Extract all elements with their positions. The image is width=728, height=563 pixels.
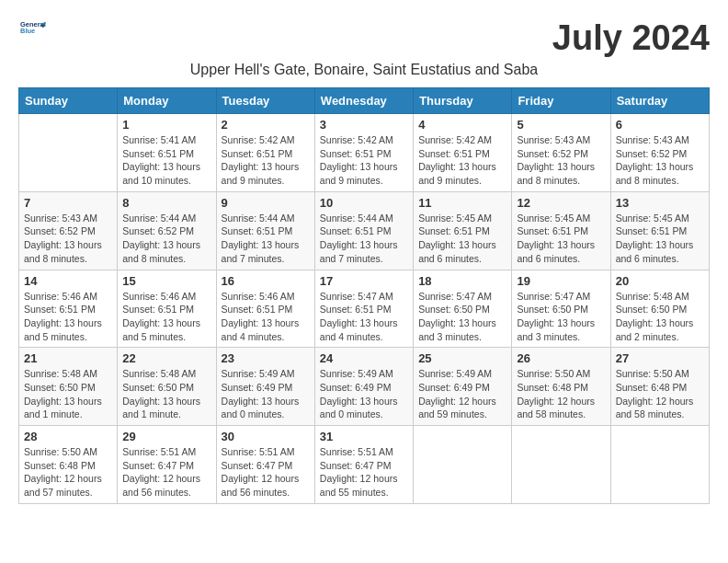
calendar-cell: 4Sunrise: 5:42 AM Sunset: 6:51 PM Daylig…	[414, 114, 512, 192]
day-info: Sunrise: 5:48 AM Sunset: 6:50 PM Dayligh…	[616, 290, 704, 344]
day-number: 7	[24, 196, 112, 210]
day-number: 11	[418, 196, 506, 210]
calendar-cell: 23Sunrise: 5:49 AM Sunset: 6:49 PM Dayli…	[216, 348, 314, 426]
day-number: 18	[418, 274, 506, 288]
day-info: Sunrise: 5:46 AM Sunset: 6:51 PM Dayligh…	[24, 290, 112, 344]
day-number: 16	[222, 274, 310, 288]
day-info: Sunrise: 5:50 AM Sunset: 6:48 PM Dayligh…	[616, 367, 704, 421]
day-info: Sunrise: 5:47 AM Sunset: 6:50 PM Dayligh…	[418, 290, 506, 344]
day-info: Sunrise: 5:44 AM Sunset: 6:51 PM Dayligh…	[222, 212, 310, 266]
calendar-cell: 20Sunrise: 5:48 AM Sunset: 6:50 PM Dayli…	[610, 270, 709, 348]
weekday-header-saturday: Saturday	[610, 88, 709, 114]
day-number: 23	[222, 351, 310, 365]
day-number: 31	[320, 430, 408, 443]
day-number: 21	[24, 351, 112, 365]
weekday-header-tuesday: Tuesday	[216, 88, 314, 114]
calendar-cell	[414, 426, 512, 504]
calendar-cell: 2Sunrise: 5:42 AM Sunset: 6:51 PM Daylig…	[216, 114, 314, 192]
calendar-cell: 7Sunrise: 5:43 AM Sunset: 6:52 PM Daylig…	[19, 191, 118, 270]
day-number: 22	[122, 351, 210, 365]
day-info: Sunrise: 5:42 AM Sunset: 6:51 PM Dayligh…	[418, 133, 506, 188]
weekday-header-monday: Monday	[118, 88, 216, 114]
day-info: Sunrise: 5:46 AM Sunset: 6:51 PM Dayligh…	[122, 290, 210, 344]
day-number: 28	[24, 430, 112, 443]
day-number: 25	[418, 351, 506, 365]
day-info: Sunrise: 5:50 AM Sunset: 6:48 PM Dayligh…	[24, 445, 112, 500]
day-number: 29	[122, 430, 210, 443]
day-info: Sunrise: 5:50 AM Sunset: 6:48 PM Dayligh…	[517, 367, 605, 421]
weekday-header-sunday: Sunday	[19, 88, 118, 114]
day-number: 12	[517, 196, 605, 210]
day-number: 20	[616, 274, 704, 288]
day-number: 9	[222, 196, 310, 210]
calendar-cell: 24Sunrise: 5:49 AM Sunset: 6:49 PM Dayli…	[314, 348, 413, 426]
day-number: 2	[222, 118, 310, 132]
weekday-header-wednesday: Wednesday	[314, 88, 413, 114]
day-info: Sunrise: 5:51 AM Sunset: 6:47 PM Dayligh…	[222, 445, 310, 500]
day-number: 6	[616, 118, 704, 132]
calendar-cell: 28Sunrise: 5:50 AM Sunset: 6:48 PM Dayli…	[19, 426, 118, 504]
calendar-cell: 31Sunrise: 5:51 AM Sunset: 6:47 PM Dayli…	[314, 426, 413, 504]
day-info: Sunrise: 5:48 AM Sunset: 6:50 PM Dayligh…	[24, 367, 112, 421]
day-number: 10	[320, 196, 408, 210]
calendar-cell: 25Sunrise: 5:49 AM Sunset: 6:49 PM Dayli…	[414, 348, 512, 426]
day-info: Sunrise: 5:44 AM Sunset: 6:52 PM Dayligh…	[122, 212, 210, 266]
day-number: 3	[320, 118, 408, 132]
calendar-cell: 17Sunrise: 5:47 AM Sunset: 6:51 PM Dayli…	[314, 270, 413, 348]
day-number: 13	[616, 196, 704, 210]
calendar-cell: 22Sunrise: 5:48 AM Sunset: 6:50 PM Dayli…	[118, 348, 216, 426]
calendar-cell: 21Sunrise: 5:48 AM Sunset: 6:50 PM Dayli…	[19, 348, 118, 426]
calendar-cell: 11Sunrise: 5:45 AM Sunset: 6:51 PM Dayli…	[414, 191, 512, 270]
day-info: Sunrise: 5:49 AM Sunset: 6:49 PM Dayligh…	[418, 367, 506, 421]
day-number: 4	[418, 118, 506, 132]
day-number: 14	[24, 274, 112, 288]
calendar-cell: 12Sunrise: 5:45 AM Sunset: 6:51 PM Dayli…	[512, 191, 610, 270]
calendar-cell: 18Sunrise: 5:47 AM Sunset: 6:50 PM Dayli…	[414, 270, 512, 348]
day-info: Sunrise: 5:43 AM Sunset: 6:52 PM Dayligh…	[517, 133, 605, 188]
calendar-cell: 8Sunrise: 5:44 AM Sunset: 6:52 PM Daylig…	[118, 191, 216, 270]
calendar-cell: 3Sunrise: 5:42 AM Sunset: 6:51 PM Daylig…	[314, 114, 413, 192]
calendar-cell: 6Sunrise: 5:43 AM Sunset: 6:52 PM Daylig…	[610, 114, 709, 192]
svg-text:Blue: Blue	[20, 27, 35, 35]
calendar-cell: 14Sunrise: 5:46 AM Sunset: 6:51 PM Dayli…	[19, 270, 118, 348]
calendar-cell: 30Sunrise: 5:51 AM Sunset: 6:47 PM Dayli…	[216, 426, 314, 504]
calendar-cell: 26Sunrise: 5:50 AM Sunset: 6:48 PM Dayli…	[512, 348, 610, 426]
day-info: Sunrise: 5:47 AM Sunset: 6:50 PM Dayligh…	[517, 290, 605, 344]
location-subtitle: Upper Hell's Gate, Bonaire, Saint Eustat…	[18, 62, 710, 78]
calendar-cell: 13Sunrise: 5:45 AM Sunset: 6:51 PM Dayli…	[610, 191, 709, 270]
weekday-header-friday: Friday	[512, 88, 610, 114]
day-number: 8	[122, 196, 210, 210]
day-info: Sunrise: 5:45 AM Sunset: 6:51 PM Dayligh…	[517, 212, 605, 266]
logo: General Blue	[18, 18, 46, 40]
calendar-week-row: 1Sunrise: 5:41 AM Sunset: 6:51 PM Daylig…	[19, 114, 710, 192]
calendar-week-row: 14Sunrise: 5:46 AM Sunset: 6:51 PM Dayli…	[19, 270, 710, 348]
calendar-cell	[512, 426, 610, 504]
month-year-title: July 2024	[552, 18, 710, 58]
calendar-table: SundayMondayTuesdayWednesdayThursdayFrid…	[18, 87, 710, 504]
day-number: 30	[222, 430, 310, 443]
day-number: 24	[320, 351, 408, 365]
day-number: 15	[122, 274, 210, 288]
calendar-cell: 9Sunrise: 5:44 AM Sunset: 6:51 PM Daylig…	[216, 191, 314, 270]
day-info: Sunrise: 5:43 AM Sunset: 6:52 PM Dayligh…	[616, 133, 704, 188]
calendar-cell: 10Sunrise: 5:44 AM Sunset: 6:51 PM Dayli…	[314, 191, 413, 270]
calendar-cell: 5Sunrise: 5:43 AM Sunset: 6:52 PM Daylig…	[512, 114, 610, 192]
day-info: Sunrise: 5:51 AM Sunset: 6:47 PM Dayligh…	[320, 445, 408, 500]
day-info: Sunrise: 5:51 AM Sunset: 6:47 PM Dayligh…	[122, 445, 210, 500]
day-info: Sunrise: 5:43 AM Sunset: 6:52 PM Dayligh…	[24, 212, 112, 266]
day-info: Sunrise: 5:48 AM Sunset: 6:50 PM Dayligh…	[122, 367, 210, 421]
day-info: Sunrise: 5:46 AM Sunset: 6:51 PM Dayligh…	[222, 290, 310, 344]
calendar-cell: 1Sunrise: 5:41 AM Sunset: 6:51 PM Daylig…	[118, 114, 216, 192]
calendar-cell: 19Sunrise: 5:47 AM Sunset: 6:50 PM Dayli…	[512, 270, 610, 348]
weekday-header-thursday: Thursday	[414, 88, 512, 114]
day-number: 27	[616, 351, 704, 365]
calendar-week-row: 21Sunrise: 5:48 AM Sunset: 6:50 PM Dayli…	[19, 348, 710, 426]
day-info: Sunrise: 5:44 AM Sunset: 6:51 PM Dayligh…	[320, 212, 408, 266]
day-info: Sunrise: 5:41 AM Sunset: 6:51 PM Dayligh…	[122, 133, 210, 188]
calendar-week-row: 28Sunrise: 5:50 AM Sunset: 6:48 PM Dayli…	[19, 426, 710, 504]
day-info: Sunrise: 5:45 AM Sunset: 6:51 PM Dayligh…	[616, 212, 704, 266]
day-number: 1	[122, 118, 210, 132]
day-info: Sunrise: 5:42 AM Sunset: 6:51 PM Dayligh…	[222, 133, 310, 188]
day-number: 5	[517, 118, 605, 132]
day-info: Sunrise: 5:42 AM Sunset: 6:51 PM Dayligh…	[320, 133, 408, 188]
